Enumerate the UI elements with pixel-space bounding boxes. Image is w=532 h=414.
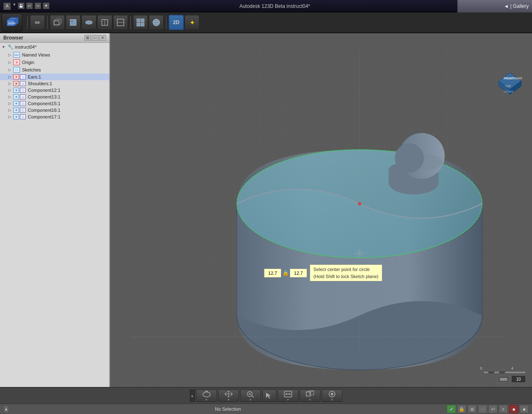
svg-rect-4 bbox=[54, 21, 59, 25]
tree-arrow-ears: ▷ bbox=[8, 75, 13, 79]
c17-label: Component17:1 bbox=[28, 114, 60, 119]
tree-arrow-c17: ▷ bbox=[8, 115, 13, 119]
tree-component15[interactable]: ▷ 👁 □ Component15:1 bbox=[0, 100, 109, 107]
menu-arrow[interactable]: ▼ bbox=[43, 2, 49, 9]
tree-root-item[interactable]: ▼ 🔧 instruct04* bbox=[0, 43, 109, 51]
top-view-btn[interactable] bbox=[81, 15, 96, 30]
svg-rect-7 bbox=[71, 20, 73, 22]
app-icon: A bbox=[3, 2, 11, 10]
origin-label: Origin bbox=[22, 60, 34, 65]
scale-value-input[interactable]: 10 bbox=[511, 375, 526, 383]
view-mode-btn[interactable]: ▾ bbox=[300, 389, 320, 402]
tree-component13[interactable]: ▷ 👁 □ Component13:1 bbox=[0, 94, 109, 100]
svg-point-71 bbox=[203, 392, 210, 397]
tree-named-views[interactable]: ▷ NV Named Views bbox=[0, 51, 109, 59]
c15-comp-icon: □ bbox=[20, 101, 26, 106]
sketches-label: Sketches bbox=[22, 67, 41, 72]
perspective-btn[interactable] bbox=[50, 15, 65, 30]
check-icon[interactable]: ✓ bbox=[447, 405, 456, 413]
flat-view-btn[interactable] bbox=[113, 15, 128, 30]
cursor-btn[interactable] bbox=[262, 389, 276, 402]
tree-shoulders[interactable]: ▷ 👁 □ Shoulders:1 bbox=[0, 80, 109, 87]
shoulders-label: Shoulders:1 bbox=[28, 81, 52, 86]
scene-3d-svg bbox=[110, 33, 532, 387]
svg-text:RIGHT: RIGHT bbox=[513, 77, 523, 80]
browser-grid-btn[interactable]: ⊞ bbox=[84, 35, 91, 41]
sketch-tool-btn[interactable]: ✏ bbox=[30, 15, 45, 30]
sketches-icon: □ bbox=[13, 67, 20, 73]
tree-component16[interactable]: ▷ 👁 □ Component16:1 bbox=[0, 107, 109, 113]
pan-btn[interactable]: ▾ bbox=[218, 389, 239, 402]
browser-toggle-btn[interactable]: ▲ bbox=[3, 405, 9, 413]
ribbon-sep-2 bbox=[47, 16, 48, 29]
tree-origin[interactable]: ▷ ✕ Origin bbox=[0, 59, 109, 66]
c15-label: Component15:1 bbox=[28, 101, 60, 106]
status-text: No Selection bbox=[12, 407, 443, 412]
more-status-icon[interactable]: ⋯ bbox=[478, 405, 487, 413]
titlebar: A ▼ 💾 ↩ ↪ ▼ Autodesk 123D Beta instruct0… bbox=[0, 0, 532, 12]
ribbon-sep-3 bbox=[130, 16, 131, 29]
root-icon: 🔧 bbox=[7, 44, 14, 50]
browser-title: Browser bbox=[3, 35, 23, 41]
play-status-icon[interactable]: ■ bbox=[520, 405, 529, 413]
y-coordinate-input[interactable] bbox=[290, 269, 307, 278]
ribbon-toolbar: HOME ✏ 2D ✦ bbox=[0, 12, 532, 33]
ribbon-sep-1 bbox=[27, 16, 28, 29]
orbit-btn[interactable]: ▾ bbox=[196, 389, 217, 402]
titlebar-menu-btn[interactable]: ▼ bbox=[12, 2, 16, 10]
c16-eye-icon: 👁 bbox=[13, 108, 19, 113]
svg-rect-16 bbox=[141, 23, 144, 26]
c13-label: Component13:1 bbox=[28, 94, 60, 99]
undo-btn[interactable]: ↩ bbox=[26, 2, 33, 9]
record-status-icon[interactable]: ■ bbox=[509, 405, 518, 413]
quick-save-btn[interactable]: 💾 bbox=[18, 2, 25, 9]
tree-component17[interactable]: ▷ 👁 □ Component17:1 bbox=[0, 113, 109, 120]
root-label: instruct04* bbox=[15, 44, 37, 49]
browser-close-btn[interactable]: ✕ bbox=[99, 35, 106, 41]
svg-rect-15 bbox=[137, 23, 140, 26]
gallery-strip[interactable]: ◄ | Gallery bbox=[457, 0, 532, 12]
sphere-view-btn[interactable] bbox=[149, 15, 164, 30]
display-btn[interactable]: ▾ bbox=[322, 389, 342, 402]
browser-controls: ⊞ — ✕ bbox=[84, 35, 106, 41]
c13-eye-icon: 👁 bbox=[13, 94, 19, 99]
lock-icon: 🔒 bbox=[282, 270, 289, 276]
browser-header: Browser ⊞ — ✕ bbox=[0, 33, 109, 43]
svg-point-8 bbox=[86, 21, 92, 24]
toolbar-left-handle[interactable]: ▲ bbox=[190, 389, 195, 402]
bottom-toolbar: ▲ ▾ ▾ ▾ bbox=[0, 387, 532, 404]
tooltip-line1: Select center point for circle bbox=[313, 266, 379, 273]
c17-comp-icon: □ bbox=[20, 114, 26, 119]
tree-arrow-origin: ▷ bbox=[8, 60, 13, 64]
browser-collapse-btn[interactable]: — bbox=[92, 35, 99, 41]
tree-arrow-named-views: ▷ bbox=[8, 53, 13, 57]
browser-tree: ▼ 🔧 instruct04* ▷ NV Named Views ▷ ✕ Ori… bbox=[0, 43, 109, 387]
home-view-btn[interactable]: HOME bbox=[2, 13, 22, 32]
front-view-btn[interactable] bbox=[66, 15, 81, 30]
back-status-icon[interactable]: ↩ bbox=[488, 405, 498, 413]
viewport-3d[interactable]: FRONT RIGHT TOP HOME 🔒 Select center poi… bbox=[110, 33, 532, 387]
star-tool-btn[interactable]: ✦ bbox=[185, 15, 200, 30]
c17-eye-icon: 👁 bbox=[13, 114, 19, 119]
tooltip-message: Select center point for circle (Hold Shi… bbox=[310, 264, 382, 281]
menu-status-icon[interactable]: ≡ bbox=[499, 405, 508, 413]
shoulders-component-icon: □ bbox=[20, 81, 26, 86]
shoulders-eye-icon: 👁 bbox=[13, 81, 19, 86]
x-coordinate-input[interactable] bbox=[264, 269, 281, 278]
2d-btn[interactable]: 2D bbox=[169, 15, 184, 30]
browser-panel: Browser ⊞ — ✕ ▼ 🔧 instruct04* ▷ NV Named… bbox=[0, 33, 110, 387]
scale-num-0: 0 bbox=[480, 366, 482, 370]
redo-btn[interactable]: ↪ bbox=[34, 2, 41, 9]
tree-component12[interactable]: ▷ 👁 □ Component12:1 bbox=[0, 87, 109, 94]
lock-status-icon[interactable]: 🔒 bbox=[457, 405, 466, 413]
tree-sketches[interactable]: ▷ □ Sketches bbox=[0, 66, 109, 74]
coordinate-cube[interactable]: FRONT RIGHT TOP HOME bbox=[495, 64, 526, 96]
grid-view-btn[interactable] bbox=[133, 15, 148, 30]
tree-ears[interactable]: ▷ 👁 □ Ears:1 bbox=[0, 74, 109, 80]
main-layout: Browser ⊞ — ✕ ▼ 🔧 instruct04* ▷ NV Named… bbox=[0, 33, 532, 387]
zoom-btn[interactable]: ▾ bbox=[240, 389, 261, 402]
grid-status-icon[interactable]: ⊞ bbox=[468, 405, 477, 413]
right-view-btn[interactable] bbox=[97, 15, 112, 30]
snap-btn[interactable]: ▾ bbox=[278, 389, 298, 402]
svg-text:TOP: TOP bbox=[505, 85, 511, 88]
